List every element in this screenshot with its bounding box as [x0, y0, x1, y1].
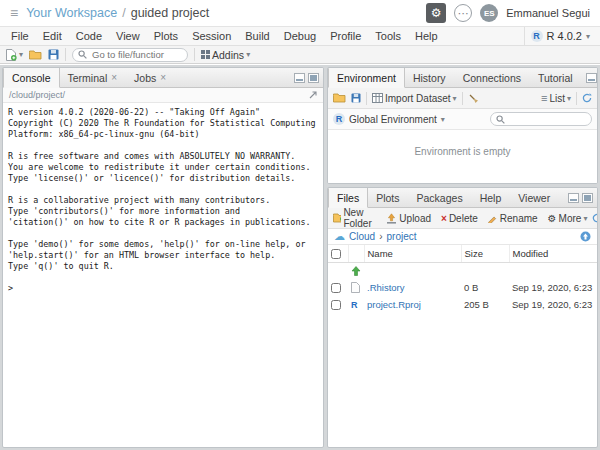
environment-tabbar: Environment History Connections Tutorial	[328, 68, 597, 88]
file-name	[364, 262, 461, 279]
tab-viewer[interactable]: Viewer	[510, 188, 559, 207]
tab-packages[interactable]: Packages	[409, 188, 472, 207]
r-version-selector[interactable]: R R 4.0.2 ▾	[524, 27, 596, 45]
breadcrumb: Your Workspace / guided project	[26, 6, 209, 20]
open-file-button[interactable]	[29, 50, 42, 60]
up-arrow-icon[interactable]	[351, 266, 361, 276]
size-column-header[interactable]: Size	[461, 245, 509, 262]
refresh-environment-button[interactable]	[582, 93, 592, 103]
tab-terminal[interactable]: Terminal×	[60, 68, 127, 87]
tab-files[interactable]: Files	[328, 188, 368, 208]
go-to-directory-icon[interactable]	[580, 231, 591, 242]
close-icon[interactable]: ×	[160, 72, 166, 83]
minimize-pane-icon[interactable]	[568, 193, 579, 203]
save-workspace-button[interactable]	[351, 93, 361, 103]
tab-environment[interactable]: Environment	[328, 68, 405, 88]
tab-label: History	[413, 72, 446, 84]
import-dataset-button[interactable]: Import Dataset ▾	[372, 93, 457, 104]
file-checkbox[interactable]	[331, 300, 341, 310]
breadcrumb-root[interactable]: Cloud	[349, 231, 375, 242]
clear-environment-button[interactable]	[468, 93, 479, 104]
menu-code[interactable]: Code	[69, 30, 109, 42]
refresh-files-button[interactable]	[592, 213, 598, 223]
file-checkbox[interactable]	[331, 283, 341, 293]
more-button[interactable]: ⚙ More ▾	[548, 213, 588, 224]
menu-session[interactable]: Session	[185, 30, 238, 42]
menu-profile[interactable]: Profile	[323, 30, 368, 42]
environment-empty-message: Environment is empty	[328, 130, 597, 183]
save-icon	[351, 93, 361, 103]
list-view-button[interactable]: ≡ List ▾	[541, 92, 571, 104]
menu-edit[interactable]: Edit	[36, 30, 69, 42]
menu-view[interactable]: View	[109, 30, 147, 42]
toolbar-separator	[366, 92, 367, 105]
search-icon	[78, 50, 87, 59]
tab-history[interactable]: History	[405, 68, 455, 87]
icon-column-header	[348, 245, 364, 262]
tab-console[interactable]: Console	[3, 68, 60, 88]
menu-debug[interactable]: Debug	[277, 30, 323, 42]
select-all-checkbox[interactable]	[331, 249, 341, 259]
tab-label: Files	[337, 192, 359, 204]
new-file-button[interactable]: ▾	[6, 49, 23, 61]
tab-label: Help	[480, 192, 502, 204]
breadcrumb-current[interactable]: project	[386, 231, 416, 242]
gear-icon: ⚙	[548, 213, 557, 224]
save-button[interactable]	[48, 49, 59, 60]
modified-column-header[interactable]: Modified	[509, 245, 597, 262]
menu-help[interactable]: Help	[408, 30, 445, 42]
rename-button[interactable]: Rename	[488, 213, 538, 224]
goto-file-input[interactable]	[90, 48, 182, 61]
addins-button[interactable]: Addins ▾	[201, 49, 250, 61]
popout-icon[interactable]	[309, 91, 317, 99]
close-icon[interactable]: ×	[111, 72, 117, 83]
workspace-topbar: ≡ Your Workspace / guided project ⚙ ⋯ ES…	[0, 0, 600, 27]
file-link[interactable]: project.Rproj	[367, 299, 421, 310]
menu-build[interactable]: Build	[238, 30, 276, 42]
parent-directory-row[interactable]	[328, 262, 597, 279]
tab-plots[interactable]: Plots	[368, 188, 408, 207]
environment-search-input[interactable]	[508, 113, 586, 126]
tab-jobs[interactable]: Jobs×	[126, 68, 175, 87]
r-logo-icon: R	[531, 30, 543, 42]
avatar[interactable]: ES	[480, 4, 498, 22]
minimize-pane-icon[interactable]	[586, 73, 597, 83]
settings-button[interactable]: ⚙	[426, 3, 446, 23]
chevron-down-icon: ▾	[19, 50, 23, 59]
chevron-down-icon: ▾	[453, 94, 457, 103]
tab-help[interactable]: Help	[472, 188, 511, 207]
upload-button[interactable]: Upload	[386, 213, 431, 224]
tab-connections[interactable]: Connections	[455, 68, 530, 87]
environment-search	[490, 112, 592, 126]
addins-label: Addins	[212, 49, 244, 61]
tab-tutorial[interactable]: Tutorial	[530, 68, 582, 87]
file-size: 205 B	[461, 296, 509, 313]
maximize-pane-icon[interactable]	[308, 73, 319, 83]
maximize-pane-icon[interactable]	[582, 193, 593, 203]
console-output[interactable]: R version 4.0.2 (2020-06-22) -- "Taking …	[3, 103, 323, 447]
workspace-menu-icon[interactable]: ≡	[10, 5, 18, 21]
delete-label: Delete	[449, 213, 478, 224]
tab-label: Terminal	[68, 72, 108, 84]
delete-button[interactable]: × Delete	[441, 213, 478, 224]
menubar: File Edit Code View Plots Session Build …	[0, 27, 600, 46]
name-column-header[interactable]: Name	[364, 245, 461, 262]
workspace-link[interactable]: Your Workspace	[26, 6, 117, 20]
load-workspace-button[interactable]	[333, 93, 346, 103]
project-title: guided project	[131, 6, 210, 20]
tab-label: Connections	[463, 72, 521, 84]
file-row: R project.Rproj 205 B Sep 19, 2020, 6:23	[328, 296, 597, 313]
menu-tools[interactable]: Tools	[368, 30, 408, 42]
environment-scope-label[interactable]: Global Environment	[349, 114, 437, 125]
chevron-down-icon: ▾	[567, 94, 571, 103]
more-options-button[interactable]: ⋯	[454, 4, 472, 22]
tab-label: Packages	[417, 192, 463, 204]
file-link[interactable]: .Rhistory	[367, 282, 404, 293]
menu-file[interactable]: File	[4, 30, 36, 42]
pane-window-controls	[564, 188, 597, 207]
topbar-actions: ⚙ ⋯ ES Emmanuel Segui	[426, 3, 590, 23]
new-folder-button[interactable]: New Folder	[333, 207, 376, 229]
gear-icon: ⚙	[431, 6, 442, 20]
minimize-pane-icon[interactable]	[294, 73, 305, 83]
menu-plots[interactable]: Plots	[147, 30, 185, 42]
